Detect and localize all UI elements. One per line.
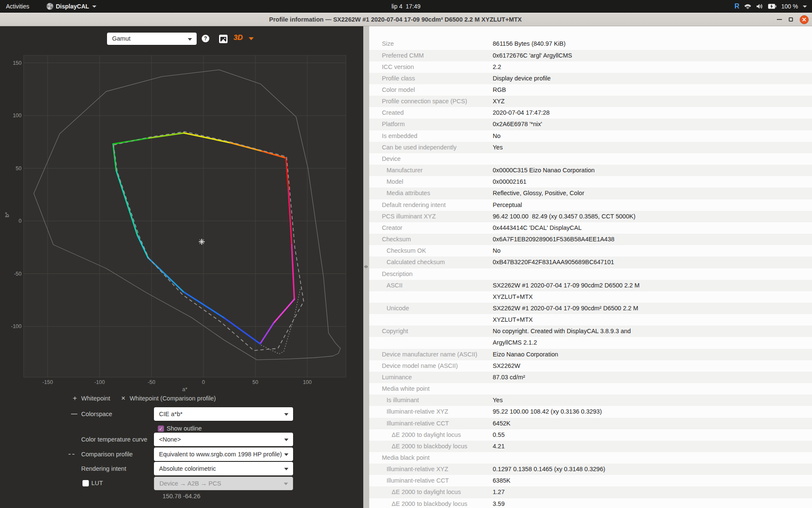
- table-row[interactable]: ICC version2.2: [369, 61, 812, 73]
- table-row[interactable]: Profile connection space (PCS)XYZ: [369, 96, 812, 107]
- rendering-intent-label: Rendering intent: [81, 462, 126, 475]
- table-row[interactable]: Media attributesReflective, Glossy, Posi…: [369, 188, 812, 199]
- window-title-bar[interactable]: Profile information — SX2262W #1 2020-07…: [0, 13, 812, 26]
- table-row[interactable]: Is embeddedNo: [369, 130, 812, 142]
- table-row[interactable]: Created2020-07-04 17:47:28: [369, 107, 812, 119]
- table-row[interactable]: Illuminant-relative XYZ0.1297 0.1358 0.1…: [369, 464, 812, 475]
- table-row[interactable]: Illuminant-relative CCT6385K: [369, 475, 812, 486]
- comparison-profile-value: Equivalent to www.srgb.com 1998 HP profi…: [154, 447, 293, 461]
- table-row[interactable]: Default rendering intentPerceptual: [369, 199, 812, 211]
- row-label: Preferred CMM: [382, 50, 424, 61]
- remote-app-indicator-icon[interactable]: R: [735, 3, 740, 10]
- table-row[interactable]: ΔE 2000 to blackbody locus3.59: [369, 498, 812, 508]
- row-label: ΔE 2000 to daylight locus: [392, 486, 461, 498]
- table-row[interactable]: Color modelRGB: [369, 84, 812, 96]
- table-row[interactable]: Media white point: [369, 383, 812, 395]
- help-button[interactable]: ?: [202, 35, 209, 42]
- table-row[interactable]: ΔE 2000 to daylight locus0.55: [369, 429, 812, 441]
- plot-type-dropdown[interactable]: Gamut: [107, 33, 197, 45]
- row-label: ΔE 2000 to blackbody locus: [392, 498, 467, 508]
- table-row[interactable]: Manufacturer0x0000C315 Eizo Nanao Corpor…: [369, 165, 812, 176]
- whitepoint-legend: + Whitepoint × Whitepoint (Comparison pr…: [71, 393, 225, 403]
- row-value: SX2262W #1 2020-07-04 17-09 90cdm² D6500…: [493, 303, 638, 314]
- rendering-intent-dropdown[interactable]: Absolute colorimetric: [154, 462, 293, 475]
- table-row[interactable]: Luminance87.03 cd/m²: [369, 372, 812, 383]
- show-outline-checkbox[interactable]: ✓: [158, 425, 164, 432]
- colorspace-dropdown[interactable]: CIE a*b*: [154, 407, 293, 421]
- table-row[interactable]: Media black point: [369, 452, 812, 464]
- maximize-button[interactable]: [789, 17, 793, 22]
- row-label: ICC version: [382, 61, 414, 73]
- close-button[interactable]: ✕: [800, 15, 809, 24]
- clock[interactable]: lip 4 17:49: [0, 0, 812, 13]
- table-row[interactable]: ASCIISX2262W #1 2020-07-04 17-09 90cdm2 …: [369, 280, 812, 291]
- table-row[interactable]: Creator0x4443414C 'DCAL' DisplayCAL: [369, 222, 812, 234]
- row-label: Device model name (ASCII): [382, 360, 458, 372]
- row-label: Creator: [382, 222, 402, 234]
- legend-label: Whitepoint (Comparison profile): [130, 395, 216, 402]
- table-row[interactable]: ArgyllCMS 2.1.2: [369, 337, 812, 348]
- table-row[interactable]: Model0x00002161: [369, 176, 812, 188]
- table-row[interactable]: PCS illuminant XYZ96.42 100.00 82.49 (xy…: [369, 211, 812, 222]
- table-row[interactable]: Checksum0x6A7F1EB209289061F536B58A4EE1A4…: [369, 234, 812, 245]
- table-row[interactable]: Description: [369, 268, 812, 280]
- table-row[interactable]: Is illuminantYes: [369, 395, 812, 406]
- color-temperature-curve-label: Color temperature curve: [81, 433, 147, 446]
- table-row[interactable]: Calculated checksum0xB47B3220F42F831AAA9…: [369, 257, 812, 268]
- panel-splitter[interactable]: [363, 26, 369, 508]
- show-outline-label: Show outline: [167, 425, 202, 432]
- row-label: Can be used independently: [382, 142, 457, 153]
- row-label: Created: [382, 107, 404, 119]
- save-snapshot-button[interactable]: [219, 35, 228, 43]
- table-row[interactable]: Platform0x2A6E6978 '*nix': [369, 119, 812, 130]
- y-tick-label: 50: [16, 166, 22, 171]
- table-row[interactable]: CopyrightNo copyright. Created with Disp…: [369, 326, 812, 337]
- row-label: Illuminant-relative XYZ: [387, 406, 448, 417]
- x-tick-label: 50: [252, 379, 258, 385]
- chevron-down-icon[interactable]: [249, 37, 254, 40]
- row-label: Manufacturer: [387, 165, 422, 176]
- system-tray[interactable]: R 100 %: [735, 0, 807, 13]
- chevron-down-icon: [284, 453, 288, 456]
- x-axis-title: a*: [182, 386, 187, 392]
- table-row[interactable]: XYZLUT+MTX: [369, 291, 812, 303]
- comparison-profile-dropdown[interactable]: Equivalent to www.srgb.com 1998 HP profi…: [154, 447, 293, 461]
- chevron-down-icon[interactable]: [803, 6, 807, 8]
- table-row[interactable]: Preferred CMM0x6172676C 'argl' ArgyllCMS: [369, 50, 812, 61]
- gnome-top-bar: Activities DisplayCAL lip 4 17:49 R 100 …: [0, 0, 812, 13]
- row-label: ΔE 2000 to blackbody locus: [392, 441, 467, 452]
- y-tick-label: 150: [13, 60, 22, 66]
- table-row[interactable]: ΔE 2000 to daylight locus1.27: [369, 486, 812, 498]
- row-value: Perceptual: [493, 199, 522, 211]
- view-3d-button[interactable]: 3D: [233, 33, 243, 42]
- legend-label: Whitepoint: [81, 395, 110, 402]
- row-label: Illuminant-relative CCT: [387, 418, 449, 429]
- table-row[interactable]: Profile classDisplay device profile: [369, 73, 812, 84]
- table-row[interactable]: ΔE 2000 to blackbody locus4.21: [369, 441, 812, 452]
- cursor-coordinates-readout: 150.78 -64.26: [139, 493, 224, 500]
- help-icon: ?: [204, 36, 207, 41]
- table-row[interactable]: Size861156 Bytes (840.97 KiB): [369, 38, 812, 50]
- lut-checkbox[interactable]: [82, 480, 89, 486]
- table-row[interactable]: Illuminant-relative CCT6452K: [369, 418, 812, 429]
- table-row[interactable]: Device: [369, 153, 812, 165]
- row-label: Illuminant-relative XYZ: [387, 464, 448, 475]
- row-value: 0.55: [493, 429, 505, 441]
- row-value: 0x00002161: [493, 176, 527, 188]
- table-row[interactable]: UnicodeSX2262W #1 2020-07-04 17-09 90cdm…: [369, 303, 812, 314]
- table-row[interactable]: XYZLUT+MTX: [369, 314, 812, 326]
- table-row[interactable]: Device manufacturer name (ASCII)Eizo Nan…: [369, 349, 812, 360]
- table-row[interactable]: Can be used independentlyYes: [369, 142, 812, 153]
- y-axis-title: b*: [4, 212, 10, 217]
- image-icon: [220, 37, 226, 41]
- row-value: Reflective, Glossy, Positive, Color: [493, 188, 584, 199]
- color-temperature-curve-dropdown[interactable]: <None>: [154, 433, 293, 446]
- table-row[interactable]: Checksum OKNo: [369, 245, 812, 257]
- y-tick-label: -100: [11, 323, 22, 329]
- row-label: Checksum OK: [387, 245, 426, 257]
- table-row[interactable]: Device model name (ASCII)SX2262W: [369, 360, 812, 372]
- table-row[interactable]: Illuminant-relative XYZ95.22 100.00 108.…: [369, 406, 812, 417]
- minimize-button[interactable]: [777, 19, 782, 20]
- lut-direction-value: Device → A2B → PCS: [154, 477, 293, 490]
- row-value: 95.22 100.00 108.42 (xy 0.3136 0.3293): [493, 406, 602, 417]
